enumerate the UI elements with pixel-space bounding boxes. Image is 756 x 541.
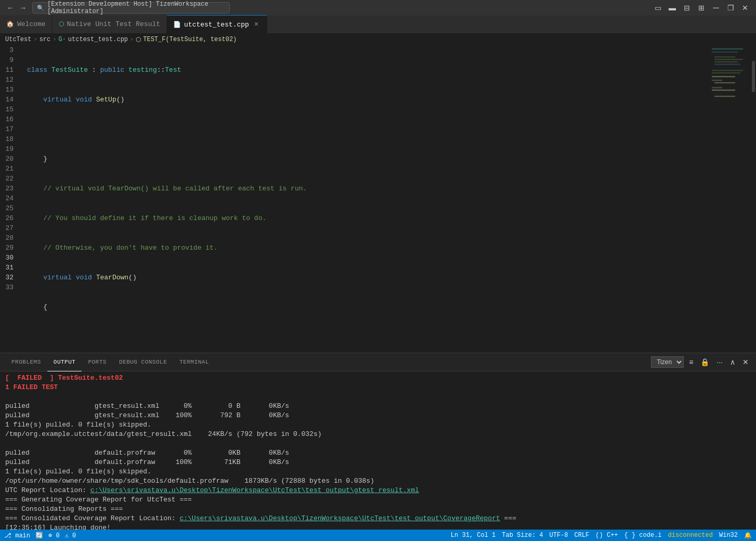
search-text: [Extension Development Host] TizenWorksp… (47, 1, 225, 15)
breadcrumb-func[interactable]: TEST_F(TestSuite, test02) (143, 36, 237, 43)
panel-tab-debug-console[interactable]: DEBUG CONSOLE (113, 353, 173, 371)
platform-info[interactable]: Win32 (719, 532, 738, 539)
sync-button[interactable]: 🔄 (35, 532, 43, 539)
breadcrumb-part-2[interactable]: G· (58, 36, 66, 43)
panel-lock-icon[interactable]: 🔒 (698, 357, 711, 367)
line-num-9: 9 (0, 55, 18, 65)
forward-button[interactable]: → (18, 3, 28, 13)
svg-rect-0 (709, 45, 751, 353)
breadcrumb-sep-1: › (53, 36, 56, 43)
svg-rect-2 (712, 51, 738, 53)
code-editor[interactable]: class TestSuite : public testing::Test v… (22, 45, 709, 353)
line-num-30: 30 (0, 253, 18, 263)
output-line-failed2: 1 FAILED TEST (5, 383, 751, 392)
svg-rect-6 (714, 63, 740, 65)
layout3-button[interactable]: ⊞ (696, 2, 707, 14)
line-num-19: 19 (0, 144, 18, 154)
report-link[interactable]: c:\Users\srivastava.u\Desktop\TizenWorks… (90, 486, 419, 494)
breadcrumb-part-3[interactable]: ⬡ (136, 36, 141, 44)
line-num-32: 32 (0, 273, 18, 282)
panel-close-button[interactable]: ✕ (740, 357, 751, 367)
tab-native-unit-label: Native Unit Test Result (67, 20, 160, 28)
title-bar-controls: ▭ ▬ ⊟ ⊞ ─ ❐ ✕ (652, 2, 751, 14)
output-source-dropdown[interactable]: Tizen (651, 356, 684, 368)
line-num-29: 29 (0, 243, 18, 253)
line-num-27: 27 (0, 223, 18, 233)
title-bar-search[interactable]: 🔍 [Extension Development Host] TizenWork… (32, 2, 230, 14)
output-line-pull2: pulled gtest_result.xml 100% 792 B 0KB/s (5, 411, 751, 420)
breadcrumb-part-0[interactable]: UtcTest (5, 36, 31, 43)
code-line-9: virtual void SetUp() (27, 95, 709, 105)
code-line-13: // virtual void TearDown() will be calle… (27, 184, 709, 194)
scrollbar-thumb[interactable] (752, 61, 755, 92)
line-num-28: 28 (0, 233, 18, 243)
tab-native-unit[interactable]: ⬡ Native Unit Test Result (53, 15, 167, 33)
maximize-button[interactable]: ❐ (725, 2, 736, 14)
tab-welcome[interactable]: 🏠 Welcome (0, 15, 53, 33)
output-line-done: [12:35:16] Launching done! (5, 523, 751, 530)
breadcrumb-sep-0: › (33, 36, 37, 43)
layout1-button[interactable]: ▬ (667, 2, 678, 14)
output-line-report: UTC Report Location: c:\Users\srivastava… (5, 486, 751, 495)
minimize-button[interactable]: ─ (710, 2, 722, 14)
encoding[interactable]: UTF-8 (550, 532, 568, 539)
tab-bar: 🏠 Welcome ⬡ Native Unit Test Result 📄 ut… (0, 16, 756, 34)
output-line-prof1: pulled default.profraw 0% 0KB 0KB/s (5, 448, 751, 458)
git-branch[interactable]: ⎇ main (4, 532, 30, 539)
svg-rect-7 (712, 70, 743, 71)
svg-rect-16 (712, 99, 722, 100)
line-num-15: 15 (0, 105, 18, 114)
cursor-position[interactable]: Ln 31, Col 1 (451, 532, 496, 539)
line-ending[interactable]: CRLF (575, 532, 590, 539)
breadcrumb-file[interactable]: utctest_test.cpp (68, 36, 128, 43)
layout2-button[interactable]: ⊟ (681, 2, 693, 14)
vertical-scrollbar[interactable] (751, 45, 756, 353)
warning-count[interactable]: ⚠ 0 (65, 532, 76, 539)
output-line-prof2: pulled default.profraw 100% 71KB 0KB/s (5, 458, 751, 467)
title-bar: ← → 🔍 [Extension Development Host] Tizen… (0, 0, 756, 16)
code-line-16: virtual void TearDown() (27, 273, 709, 282)
line-num-17: 17 (0, 124, 18, 134)
line-num-14: 14 (0, 95, 18, 105)
output-line-pull3: 1 file(s) pulled. 0 file(s) skipped. (5, 420, 751, 430)
close-button[interactable]: ✕ (739, 2, 751, 14)
line-num-21: 21 (0, 164, 18, 174)
error-count[interactable]: ⊗ 0 (48, 532, 60, 539)
panel-tab-problems[interactable]: PROBLEMS (5, 353, 47, 371)
line-num-22: 22 (0, 174, 18, 184)
line-num-18: 18 (0, 134, 18, 144)
output-line-empty2 (5, 439, 751, 448)
formatter[interactable]: { } code.i (624, 532, 662, 539)
line-num-3: 3 (0, 45, 18, 55)
native-unit-tab-icon: ⬡ (59, 20, 64, 28)
tab-size[interactable]: Tab Size: 4 (502, 532, 543, 539)
svg-rect-10 (712, 80, 722, 81)
line-num-23: 23 (0, 184, 18, 194)
breadcrumb-part-1[interactable]: src (40, 36, 51, 43)
search-icon: 🔍 (37, 5, 44, 11)
svg-rect-15 (714, 96, 735, 97)
line-num-26: 26 (0, 213, 18, 223)
sidebar-toggle-button[interactable]: ▭ (652, 2, 663, 14)
tab-utctest[interactable]: 📄 utctest_test.cpp × (167, 15, 267, 33)
svg-rect-13 (712, 89, 735, 91)
language-mode[interactable]: () C++ (595, 532, 618, 539)
remote-connection[interactable]: disconnected (668, 532, 713, 539)
panel-tab-terminal[interactable]: TERMINAL (173, 353, 215, 371)
svg-rect-1 (712, 48, 743, 49)
code-line-11 (27, 124, 709, 134)
panel-tab-output[interactable]: OUTPUT (47, 353, 82, 371)
minimap (709, 45, 751, 353)
panel-tab-bar: PROBLEMS OUTPUT PORTS DEBUG CONSOLE TERM… (0, 353, 756, 371)
back-button[interactable]: ← (5, 3, 16, 13)
output-line-prof4: /opt/usr/home/owner/share/tmp/sdk_tools/… (5, 476, 751, 486)
panel-more-button[interactable]: ··· (714, 357, 725, 367)
notifications-bell[interactable]: 🔔 (744, 532, 752, 539)
svg-rect-3 (714, 56, 735, 57)
tab-close-button[interactable]: × (252, 20, 260, 29)
panel-tab-ports[interactable]: PORTS (82, 353, 113, 371)
panel-collapse-button[interactable]: ∧ (728, 357, 737, 367)
panel-list-icon[interactable]: ≡ (687, 357, 695, 367)
code-line-3: class TestSuite : public testing::Test (27, 65, 709, 75)
coverage-link[interactable]: c:\Users\srivastava.u\Desktop\TizenWorks… (179, 514, 500, 522)
